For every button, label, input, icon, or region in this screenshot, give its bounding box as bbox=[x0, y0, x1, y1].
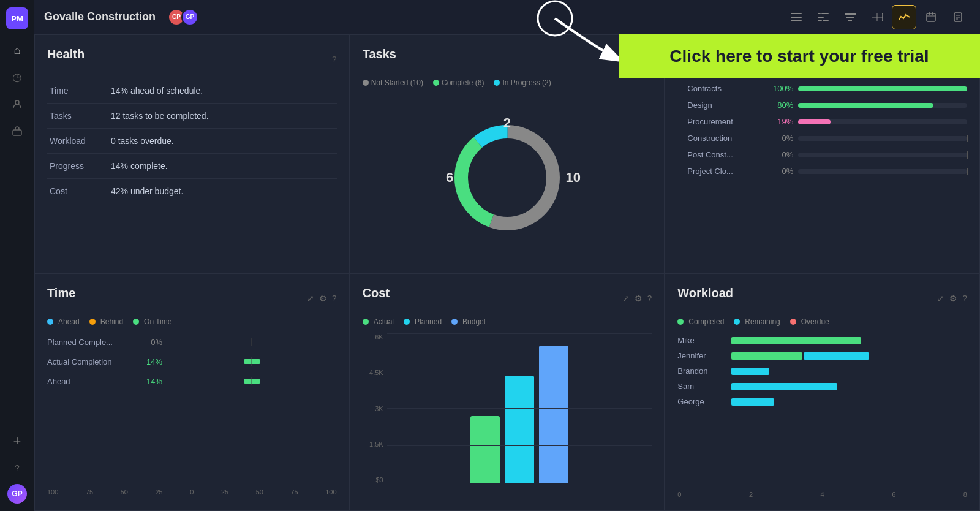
donut-label-top: 2 bbox=[503, 115, 511, 131]
time-help-icon[interactable]: ? bbox=[332, 293, 337, 303]
tasks-bar-row: Post Const... 0% bbox=[687, 150, 967, 159]
svg-rect-9 bbox=[823, 20, 829, 21]
cost-panel: Cost ⤢ ⚙ ? ActualPlannedBudget 6K4.5K3K1… bbox=[350, 273, 665, 511]
time-settings-icon[interactable]: ⚙ bbox=[319, 293, 327, 303]
cost-help-icon[interactable]: ? bbox=[647, 293, 652, 303]
cost-legend-item: Actual bbox=[363, 317, 394, 326]
cost-expand-icon[interactable]: ⤢ bbox=[622, 293, 630, 303]
dashboard-view-button[interactable] bbox=[892, 5, 916, 29]
donut-label-left: 6 bbox=[446, 170, 453, 186]
time-legend-item: Ahead bbox=[47, 317, 80, 326]
svg-point-0 bbox=[15, 100, 19, 104]
sidebar-help-button[interactable]: ? bbox=[6, 457, 28, 479]
app-logo[interactable]: PM bbox=[6, 7, 28, 29]
time-title: Time bbox=[47, 286, 75, 300]
tasks-bar-row: Procurement 19% bbox=[687, 117, 967, 126]
cost-bars bbox=[387, 333, 652, 498]
workload-title: Workload bbox=[677, 286, 733, 300]
tasks-donut-chart: 6 10 2 bbox=[440, 110, 575, 245]
workload-xaxis: 02468 bbox=[677, 491, 967, 498]
workload-legend-item: Remaining bbox=[734, 317, 780, 326]
sidebar: PM ⌂ ◷ + ? GP bbox=[0, 0, 34, 511]
svg-rect-5 bbox=[818, 13, 821, 14]
tasks-donut-panel: Tasks Not Started (10)Complete (6)In Pro… bbox=[350, 34, 665, 273]
sidebar-item-briefcase[interactable] bbox=[6, 120, 28, 142]
workload-person-name: George bbox=[677, 397, 726, 406]
sidebar-item-home[interactable]: ⌂ bbox=[6, 39, 28, 61]
time-expand-icon[interactable]: ⤢ bbox=[307, 293, 314, 303]
workload-legend: CompletedRemainingOverdue bbox=[677, 317, 967, 326]
list-view-button[interactable] bbox=[784, 5, 809, 29]
health-row: Progress14% complete. bbox=[47, 154, 337, 179]
workload-panel: Workload ⤢ ⚙ ? CompletedRemainingOverdue… bbox=[665, 273, 980, 511]
tasks-legend: Not Started (10)Complete (6)In Progress … bbox=[363, 78, 652, 87]
tasks-title: Tasks bbox=[363, 47, 396, 61]
time-row: Ahead 14% bbox=[47, 375, 337, 387]
health-row: Cost42% under budget. bbox=[47, 179, 337, 204]
workload-legend-item: Overdue bbox=[790, 317, 829, 326]
workload-help-icon[interactable]: ? bbox=[962, 293, 967, 303]
tasks-bar-row: Construction 0% bbox=[687, 134, 967, 143]
tasks-legend-item: Complete (6) bbox=[433, 78, 484, 87]
tasks-legend-item: In Progress (2) bbox=[494, 78, 551, 87]
svg-rect-3 bbox=[791, 17, 802, 18]
workload-person-name: Mike bbox=[677, 336, 726, 345]
cost-settings-icon[interactable]: ⚙ bbox=[635, 293, 643, 303]
tasks-bars: Contracts 100% Design 80% Procurement 19… bbox=[677, 84, 967, 260]
workload-person-bars bbox=[731, 398, 967, 406]
donut-label-right: 10 bbox=[566, 170, 581, 186]
cost-bar-planned bbox=[505, 376, 534, 483]
table-view-button[interactable] bbox=[865, 5, 889, 29]
workload-person-name: Jennifer bbox=[677, 351, 726, 360]
health-table: Time14% ahead of schedule.Tasks12 tasks … bbox=[47, 78, 337, 203]
cost-title: Cost bbox=[363, 286, 390, 300]
health-row: Time14% ahead of schedule. bbox=[47, 78, 337, 104]
workload-person-name: Sam bbox=[677, 382, 726, 391]
free-trial-text: Click here to start your free trial bbox=[669, 47, 929, 66]
workload-legend-item: Completed bbox=[677, 317, 724, 326]
time-rows: Planned Comple... 0% Actual Completion 1… bbox=[47, 336, 337, 481]
cost-legend-item: Planned bbox=[404, 317, 442, 326]
health-help-icon[interactable]: ? bbox=[332, 55, 337, 64]
svg-rect-16 bbox=[927, 13, 935, 21]
cost-legend: ActualPlannedBudget bbox=[363, 317, 652, 326]
cost-yaxis: 6K4.5K3K1.5K$0 bbox=[363, 333, 387, 498]
sidebar-item-clock[interactable]: ◷ bbox=[6, 66, 28, 88]
health-row: Tasks12 tasks to be completed. bbox=[47, 104, 337, 129]
gantt-view-button[interactable] bbox=[811, 5, 835, 29]
tasks-legend-item: Not Started (10) bbox=[363, 78, 423, 87]
workload-row: George bbox=[677, 397, 967, 406]
calendar-view-button[interactable] bbox=[919, 5, 943, 29]
workload-person-name: Brandon bbox=[677, 366, 726, 376]
workload-expand-icon[interactable]: ⤢ bbox=[937, 293, 944, 303]
filter-view-button[interactable] bbox=[838, 5, 862, 29]
svg-rect-7 bbox=[818, 17, 824, 18]
toolbar-icons bbox=[784, 5, 970, 29]
workload-row: Jennifer bbox=[677, 351, 967, 360]
health-row: Workload0 tasks overdue. bbox=[47, 129, 337, 154]
sidebar-add-button[interactable]: + bbox=[6, 430, 28, 452]
workload-row: Brandon bbox=[677, 366, 967, 376]
sidebar-item-people[interactable] bbox=[6, 93, 28, 115]
sidebar-user-avatar[interactable]: GP bbox=[7, 484, 27, 504]
workload-person-bars bbox=[731, 383, 967, 390]
time-xaxis: 1007550250255075100 bbox=[47, 486, 337, 498]
time-row: Actual Completion 14% bbox=[47, 355, 337, 368]
cost-chart-area bbox=[387, 333, 652, 498]
avatar-gp[interactable]: GP bbox=[181, 9, 198, 26]
svg-rect-4 bbox=[791, 20, 802, 21]
avatar-group: CP GP bbox=[168, 9, 198, 26]
workload-person-bars bbox=[731, 368, 967, 375]
time-legend: AheadBehindOn Time bbox=[47, 317, 337, 326]
svg-rect-1 bbox=[13, 130, 21, 135]
workload-person-bars bbox=[731, 352, 967, 360]
tasks-bar-row: Contracts 100% bbox=[687, 84, 967, 93]
time-row: Planned Comple... 0% bbox=[47, 336, 337, 348]
time-legend-item: On Time bbox=[133, 317, 172, 326]
workload-row: Mike bbox=[677, 336, 967, 345]
cost-bar-actual bbox=[470, 416, 500, 483]
free-trial-banner[interactable]: Click here to start your free trial bbox=[619, 34, 980, 78]
workload-settings-icon[interactable]: ⚙ bbox=[949, 293, 957, 303]
time-legend-item: Behind bbox=[89, 317, 123, 326]
doc-view-button[interactable] bbox=[946, 5, 970, 29]
